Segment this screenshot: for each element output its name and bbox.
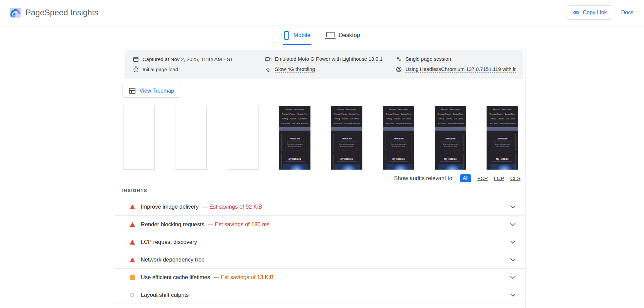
tab-desktop[interactable]: Desktop bbox=[326, 30, 360, 40]
capture-time-row: Captured at Nov 2, 2025, 11:44 AM EST bbox=[133, 55, 233, 63]
thumb-nav-row: PlottingCanvasGolf Scores bbox=[487, 118, 518, 120]
filter-chip-fcp[interactable]: FCP bbox=[477, 175, 488, 181]
thumb-hero-band bbox=[383, 127, 414, 131]
thumb-about-text: Write a brief paragraph about yourself h… bbox=[335, 143, 359, 148]
thumb-about-card: About Me Write a brief paragraph about y… bbox=[489, 134, 516, 151]
pagespeed-gauge-icon bbox=[10, 7, 21, 18]
thumb-about-card: About Me Write a brief paragraph about y… bbox=[281, 134, 308, 151]
insight-title: Use efficient cache lifetimes bbox=[141, 274, 210, 281]
thumb-nav: ResumeAssignmentsResearch PapersContact … bbox=[435, 106, 466, 124]
thumb-hero-band bbox=[279, 127, 310, 131]
filmstrip-screenshot: ResumeAssignmentsResearch PapersContact … bbox=[435, 106, 466, 170]
tab-mobile[interactable]: Mobile bbox=[284, 30, 310, 40]
insight-row[interactable]: Improve image delivery — Est savings of … bbox=[115, 198, 525, 216]
report-container: Captured at Nov 2, 2025, 11:44 AM EST In… bbox=[115, 48, 526, 308]
brand: PageSpeed Insights bbox=[10, 7, 98, 18]
insight-title: Network dependency tree bbox=[141, 256, 205, 263]
thumb-about-card: About Me Write a brief paragraph about y… bbox=[333, 134, 360, 151]
thumb-nav-row: Research PapersContact Form bbox=[331, 113, 362, 115]
laptop-icon bbox=[326, 32, 335, 37]
red-triangle-icon bbox=[130, 257, 135, 262]
emulated-device-text[interactable]: Emulated Moto G Power with Lighthouse 13… bbox=[275, 56, 383, 62]
capture-time-text: Captured at Nov 2, 2025, 11:44 AM EST bbox=[143, 56, 233, 62]
thumb-nav: ResumeAssignmentsResearch PapersContact … bbox=[331, 106, 362, 124]
thumb-hero-band bbox=[487, 127, 518, 131]
thumb-nav-row: Card GameBall Game Animation bbox=[331, 122, 362, 124]
thumb-hobbies-card: My Hobbies bbox=[489, 154, 516, 170]
filmstrip-screenshot: ResumeAssignmentsResearch PapersContact … bbox=[279, 106, 310, 170]
insight-savings: — Est savings of 13 KiB bbox=[213, 274, 273, 281]
insight-row[interactable]: Layout shift culprits bbox=[115, 286, 525, 304]
filmstrip-screenshot: ResumeAssignmentsResearch PapersContact … bbox=[331, 106, 362, 170]
thumb-about-card: About Me Write a brief paragraph about y… bbox=[385, 134, 412, 151]
red-triangle-icon bbox=[130, 240, 135, 245]
chevron-down-icon[interactable] bbox=[510, 203, 516, 209]
hobbies-image bbox=[335, 164, 360, 170]
thumb-nav-row: PlottingCanvasGolf Scores bbox=[435, 118, 466, 120]
session-type-text[interactable]: Single page session bbox=[405, 56, 451, 62]
insight-title: Improve image delivery bbox=[141, 204, 199, 210]
insight-savings: — Est savings of 92 KiB bbox=[202, 204, 262, 210]
audit-filter: Show audits relevant to: All FCP LCP CLS bbox=[394, 174, 520, 182]
stopwatch-icon bbox=[133, 66, 139, 73]
thumb-hobbies-title: My Hobbies bbox=[492, 158, 512, 162]
app-header: PageSpeed Insights Copy Link Docs bbox=[0, 0, 644, 25]
chevron-down-icon[interactable] bbox=[510, 238, 516, 244]
filter-chip-all[interactable]: All bbox=[460, 174, 471, 182]
chevron-down-icon[interactable] bbox=[510, 256, 516, 262]
insights-section-label: INSIGHTS bbox=[122, 188, 147, 193]
insight-savings: — Est savings of 180 ms bbox=[208, 221, 270, 228]
audit-filter-label: Show audits relevant to: bbox=[394, 175, 454, 181]
thumb-nav-row: Research PapersContact Form bbox=[279, 113, 310, 115]
devices-icon bbox=[265, 56, 271, 62]
filmstrip-screenshot: ResumeAssignmentsResearch PapersContact … bbox=[487, 106, 518, 170]
thumb-about-text: Write a brief paragraph about yourself h… bbox=[386, 143, 411, 148]
thumb-about-title: About Me bbox=[285, 137, 305, 141]
emulated-device-row: Emulated Moto G Power with Lighthouse 13… bbox=[265, 55, 383, 63]
filmstrip-screenshot: ResumeAssignmentsResearch PapersContact … bbox=[383, 106, 414, 170]
thumb-hero-band bbox=[435, 127, 466, 131]
insight-title: Layout shift culprits bbox=[141, 292, 189, 298]
thumb-hobbies-card: My Hobbies bbox=[333, 154, 360, 170]
chevron-down-icon[interactable] bbox=[510, 274, 516, 279]
browser-row: Using HeadlessChromium 137.0.7151.119 wi… bbox=[396, 65, 521, 74]
thumb-nav-row: ResumeAssignments bbox=[279, 108, 310, 110]
red-triangle-icon bbox=[130, 205, 135, 209]
red-triangle-icon bbox=[130, 222, 135, 227]
thumb-nav: ResumeAssignmentsResearch PapersContact … bbox=[279, 106, 310, 124]
insight-row[interactable]: LCP request discovery bbox=[115, 233, 525, 251]
throttling-text[interactable]: Slow 4G throttling bbox=[275, 66, 315, 73]
thumb-nav-row: ResumeAssignments bbox=[383, 108, 414, 110]
thumb-hobbies-title: My Hobbies bbox=[285, 158, 305, 162]
insight-row[interactable]: Render blocking requests — Est savings o… bbox=[115, 216, 525, 233]
tab-desktop-label: Desktop bbox=[339, 32, 360, 39]
thumb-nav-row: Research PapersContact Form bbox=[487, 113, 518, 115]
thumb-about-text: Write a brief paragraph about yourself h… bbox=[438, 143, 462, 148]
calendar-icon bbox=[133, 56, 139, 62]
thumb-nav: ResumeAssignmentsResearch PapersContact … bbox=[487, 106, 518, 124]
docs-link[interactable]: Docs bbox=[621, 9, 633, 16]
thumb-about-text: Write a brief paragraph about yourself h… bbox=[283, 143, 307, 148]
hobbies-image bbox=[283, 164, 308, 170]
hobbies-image bbox=[490, 164, 515, 170]
insight-row[interactable]: Use efficient cache lifetimes — Est savi… bbox=[115, 269, 525, 286]
view-treemap-label: View Treemap bbox=[139, 88, 174, 94]
wifi-icon bbox=[265, 66, 271, 73]
filmstrip-blank-frame bbox=[227, 106, 259, 170]
chevron-down-icon[interactable] bbox=[510, 291, 516, 297]
filter-chip-cls[interactable]: CLS bbox=[510, 175, 520, 181]
load-type-row: Initial page load bbox=[133, 65, 233, 74]
chevron-down-icon[interactable] bbox=[510, 221, 516, 226]
browser-text[interactable]: Using HeadlessChromium 137.0.7151.119 wi… bbox=[405, 66, 516, 73]
view-treemap-button[interactable]: View Treemap bbox=[122, 84, 180, 98]
insight-row[interactable]: Network dependency tree bbox=[115, 251, 525, 269]
filter-chip-lcp[interactable]: LCP bbox=[494, 175, 504, 181]
thumb-hobbies-card: My Hobbies bbox=[281, 154, 308, 170]
thumb-hobbies-title: My Hobbies bbox=[440, 158, 460, 162]
page-title: PageSpeed Insights bbox=[25, 8, 98, 17]
copy-link-button[interactable]: Copy Link bbox=[567, 5, 613, 20]
hobbies-image bbox=[386, 164, 412, 170]
session-icon bbox=[396, 56, 402, 62]
thumb-nav-row: PlottingCanvasGolf Scores bbox=[331, 118, 362, 120]
thumb-about-title: About Me bbox=[492, 137, 512, 141]
